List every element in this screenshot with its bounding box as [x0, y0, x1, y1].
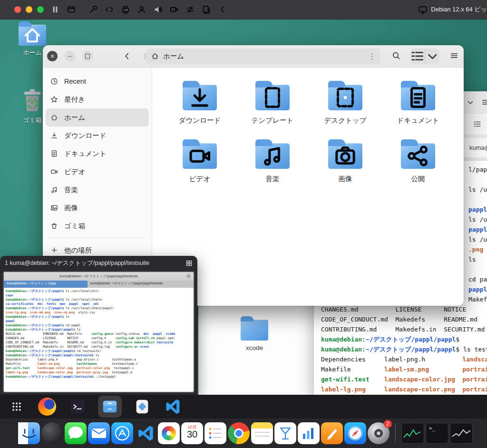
folder-item-template[interactable]: テンプレート: [243, 85, 302, 125]
mail-dock-icon[interactable]: [88, 422, 110, 444]
maximize-button[interactable]: [82, 51, 93, 61]
taskbar-firefox-icon[interactable]: [37, 397, 57, 417]
taskbar-console-icon[interactable]: [68, 397, 88, 417]
screenshot-viewer-window[interactable]: 1 kuma@debian: ~/デスクトップ/pappl/pappl/test…: [0, 256, 197, 395]
chevron-down-icon[interactable]: [466, 98, 475, 107]
stats-dock-icon[interactable]: [298, 422, 320, 444]
sidebar-item-document[interactable]: ドキュメント: [46, 145, 149, 163]
hamburger-menu-icon[interactable]: [481, 98, 487, 107]
reminders-dock-icon[interactable]: [205, 422, 226, 444]
folder-label: ダウンロード: [170, 116, 230, 125]
folder-item-video[interactable]: ビデオ: [170, 143, 230, 184]
back-button[interactable]: [123, 52, 131, 60]
vm-camera-icon[interactable]: [169, 5, 179, 14]
vm-printer-icon[interactable]: [121, 5, 130, 14]
folder-item-share[interactable]: 公開: [388, 143, 448, 184]
inner-close-icon: ✕: [186, 273, 191, 279]
path-bar[interactable]: ホーム ⋮: [146, 49, 380, 64]
sidebar-item-download[interactable]: ダウンロード: [46, 127, 149, 145]
messages-dock-icon[interactable]: [65, 422, 87, 444]
home-icon: [50, 114, 58, 121]
trash-icon: [50, 222, 58, 230]
files-content[interactable]: ダウンロードテンプレートデスクトップドキュメントビデオ音楽画像公開: [152, 68, 464, 306]
minimize-traffic-light[interactable]: [26, 6, 32, 13]
sidebar-item-home[interactable]: ホーム: [46, 108, 149, 127]
settings-dock-icon[interactable]: 2: [368, 422, 390, 444]
music-folder-icon: [255, 143, 290, 169]
testflight-dock-icon[interactable]: [274, 422, 296, 444]
folder-item-music[interactable]: 音楽: [243, 143, 302, 184]
thumb-terminal-dock-icon[interactable]: >_: [426, 423, 448, 444]
thumb-activity-dock-icon[interactable]: [401, 423, 424, 444]
macos-dock: 10月302>_: [0, 419, 487, 448]
close-button[interactable]: ✕: [47, 51, 58, 61]
view-chevron-down-icon[interactable]: [425, 49, 440, 64]
sidebar-item-image[interactable]: 画像: [46, 199, 149, 217]
inner-terminal-output: kuma@debian:~/デスクトップ/pappl$ ls /usr/loca…: [4, 288, 194, 392]
vm-pause-icon[interactable]: [50, 5, 60, 14]
thumb-stocks-dock-icon[interactable]: [450, 423, 473, 444]
sidebar-item-label: 星付き: [64, 95, 85, 104]
folder-item-document[interactable]: ドキュメント: [388, 85, 448, 125]
calendar-dock-icon[interactable]: 10月30: [181, 422, 203, 444]
taskbar-apps-grid-icon[interactable]: [7, 397, 27, 417]
star-icon: [50, 96, 58, 103]
vm-code-icon[interactable]: [105, 5, 114, 14]
screenshot-window-title: 1 kuma@debian: ~/デスクトップ/pappl/pappl/test…: [5, 259, 149, 267]
sidebar-item-video[interactable]: ビデオ: [46, 163, 149, 181]
appstore-dock-icon[interactable]: [111, 422, 133, 444]
xcode-folder-label: xcode: [226, 344, 283, 351]
folder-item-desktop[interactable]: デスクトップ: [315, 85, 375, 125]
pages-dock-icon[interactable]: [321, 422, 343, 444]
vm-user-icon[interactable]: [137, 5, 146, 14]
list-view-icon[interactable]: [410, 49, 425, 64]
photos-dock-icon[interactable]: [158, 422, 180, 444]
minimize-button[interactable]: ─: [65, 51, 75, 61]
vm-copy-icon[interactable]: [202, 5, 211, 14]
close-traffic-light[interactable]: [14, 6, 21, 13]
vm-screenshot-icon[interactable]: [67, 5, 76, 14]
files-headerbar[interactable]: ✕ ─ ホーム ⋮: [43, 45, 464, 68]
sidebar-item-star[interactable]: 星付き: [46, 90, 149, 108]
path-kebab-menu-icon[interactable]: ⋮: [369, 53, 376, 60]
sidebar-item-clock[interactable]: Recent: [46, 72, 149, 90]
vm-wrench-icon[interactable]: [88, 5, 98, 14]
search-icon[interactable]: [392, 51, 400, 60]
camera-folder-icon: [328, 143, 362, 169]
download-icon: [50, 132, 58, 139]
vm-chevron-left-icon[interactable]: [218, 5, 227, 14]
titlebar-grid-icon[interactable]: [185, 260, 193, 267]
taskbar-vscode-icon[interactable]: [163, 397, 183, 417]
chrome-dock-icon[interactable]: [228, 422, 250, 444]
sidebar-item-trash[interactable]: ゴミ箱: [46, 217, 149, 235]
vm-toolbar: Debian 12.x 64 ビッ: [0, 0, 487, 19]
vm-window-title: Debian 12.x 64 ビッ: [431, 5, 487, 14]
hamburger-menu-icon[interactable]: [450, 51, 458, 60]
xcode-folder-item[interactable]: xcode: [226, 320, 283, 351]
inner-terminal-title: kuma@debian: ~/デスクトップ/pappl/pappl/testsu…: [59, 274, 137, 279]
vm-swap-icon[interactable]: [185, 5, 195, 14]
taskbar-files-icon[interactable]: [98, 396, 122, 418]
sidebar-item-label: ビデオ: [64, 167, 86, 176]
finder-dock-icon[interactable]: [18, 422, 40, 444]
safari-dock-icon[interactable]: [344, 422, 366, 444]
sidebar-item-music[interactable]: 音楽: [46, 181, 149, 199]
taskbar-software-icon[interactable]: [132, 397, 152, 417]
share-folder-icon: [401, 143, 435, 169]
folder-label: 画像: [315, 175, 375, 184]
view-toggle-button[interactable]: [410, 49, 439, 64]
sidebar-item-label: ドキュメント: [64, 149, 107, 158]
launchpad-dock-icon[interactable]: [41, 422, 63, 444]
fullscreen-traffic-light[interactable]: [37, 6, 44, 13]
home-icon: [151, 52, 159, 60]
desktop-folder-icon: [328, 85, 362, 110]
folder-item-download[interactable]: ダウンロード: [170, 85, 230, 125]
tab-list-icon[interactable]: [473, 120, 481, 128]
vscode-dock-icon[interactable]: [135, 422, 156, 444]
vm-audio-icon[interactable]: [153, 5, 163, 14]
folder-item-camera[interactable]: 画像: [315, 143, 375, 184]
screenshot-window-titlebar[interactable]: 1 kuma@debian: ~/デスクトップ/pappl/pappl/test…: [0, 256, 197, 270]
notes-dock-icon[interactable]: [251, 422, 273, 444]
document-folder-icon: [401, 85, 435, 110]
folder-label: 音楽: [243, 175, 302, 184]
